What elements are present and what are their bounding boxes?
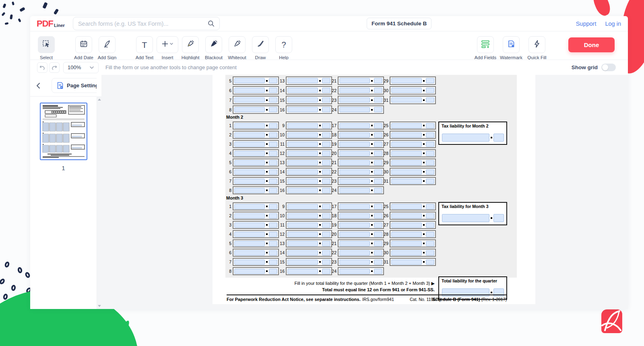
- cents-field[interactable]: [426, 142, 434, 147]
- cents-field[interactable]: [269, 78, 277, 83]
- dollars-field[interactable]: [391, 222, 422, 228]
- cents-field[interactable]: [322, 169, 330, 175]
- dollars-field[interactable]: [339, 97, 370, 103]
- cents-field[interactable]: [322, 250, 330, 255]
- dollars-field[interactable]: [234, 160, 265, 165]
- draw-button[interactable]: Draw: [250, 36, 271, 60]
- dollars-field[interactable]: [234, 151, 265, 156]
- dollars-field[interactable]: [339, 188, 370, 193]
- cents-field[interactable]: [322, 188, 330, 193]
- cents-field[interactable]: [269, 123, 277, 128]
- dollars-field[interactable]: [287, 241, 318, 246]
- cents-field[interactable]: [374, 142, 382, 147]
- dollars-field[interactable]: [339, 151, 370, 156]
- cents-field[interactable]: [269, 179, 277, 184]
- cents-field[interactable]: [374, 151, 382, 156]
- cents-field[interactable]: [374, 232, 382, 237]
- dollars-field[interactable]: [234, 132, 265, 138]
- cents-field[interactable]: [374, 160, 382, 165]
- dollars-field[interactable]: [234, 188, 265, 193]
- cents-field[interactable]: [374, 123, 382, 128]
- dollars-field[interactable]: [339, 123, 370, 128]
- cents-field[interactable]: [374, 260, 382, 265]
- dollars-field[interactable]: [234, 88, 265, 93]
- cents-field[interactable]: [374, 132, 382, 138]
- search-icon[interactable]: [208, 20, 215, 27]
- cents-field[interactable]: [426, 250, 434, 255]
- liability-dollars-field[interactable]: [442, 288, 489, 297]
- add-text-button[interactable]: T Add Text: [134, 36, 155, 60]
- dollars-field[interactable]: [339, 213, 370, 218]
- insert-button[interactable]: Insert: [157, 36, 178, 60]
- dollars-field[interactable]: [391, 78, 422, 83]
- cents-field[interactable]: [322, 78, 330, 83]
- cents-field[interactable]: [269, 250, 277, 255]
- dollars-field[interactable]: [234, 107, 265, 112]
- dollars-field[interactable]: [287, 250, 318, 255]
- cents-field[interactable]: [374, 107, 382, 112]
- dollars-field[interactable]: [339, 232, 370, 237]
- cents-field[interactable]: [269, 222, 277, 228]
- dollars-field[interactable]: [339, 78, 370, 83]
- highlight-button[interactable]: Highlight: [180, 36, 201, 60]
- cents-field[interactable]: [374, 179, 382, 184]
- dollars-field[interactable]: [234, 123, 265, 128]
- dollars-field[interactable]: [234, 260, 265, 265]
- dollars-field[interactable]: [287, 78, 318, 83]
- collapse-sidebar-button[interactable]: [36, 82, 40, 89]
- cents-field[interactable]: [374, 78, 382, 83]
- cents-field[interactable]: [322, 142, 330, 147]
- dollars-field[interactable]: [391, 204, 422, 209]
- undo-button[interactable]: [37, 62, 47, 73]
- cents-field[interactable]: [322, 222, 330, 228]
- cents-field[interactable]: [322, 213, 330, 218]
- select-tool-button[interactable]: Select: [35, 36, 57, 60]
- dollars-field[interactable]: [234, 97, 265, 103]
- dollars-field[interactable]: [234, 232, 265, 237]
- cents-field[interactable]: [426, 78, 434, 83]
- zoom-level-select[interactable]: 100%: [63, 62, 99, 73]
- dollars-field[interactable]: [287, 188, 318, 193]
- cents-field[interactable]: [269, 97, 277, 103]
- dollars-field[interactable]: [287, 142, 318, 147]
- cents-field[interactable]: [269, 204, 277, 209]
- sidebar-scrollbar[interactable]: [97, 75, 101, 309]
- cents-field[interactable]: [269, 88, 277, 93]
- dollars-field[interactable]: [391, 232, 422, 237]
- dollars-field[interactable]: [391, 160, 422, 165]
- dollars-field[interactable]: [287, 204, 318, 209]
- cents-field[interactable]: [322, 132, 330, 138]
- dollars-field[interactable]: [391, 260, 422, 265]
- cents-field[interactable]: [269, 169, 277, 175]
- dollars-field[interactable]: [339, 169, 370, 175]
- cents-field[interactable]: [374, 250, 382, 255]
- dollars-field[interactable]: [339, 250, 370, 255]
- whiteout-button[interactable]: Whiteout: [226, 36, 248, 60]
- add-date-button[interactable]: Add Date: [73, 36, 95, 60]
- dollars-field[interactable]: [287, 88, 318, 93]
- dollars-field[interactable]: [287, 232, 318, 237]
- dollars-field[interactable]: [234, 142, 265, 147]
- dollars-field[interactable]: [391, 169, 422, 175]
- dollars-field[interactable]: [287, 160, 318, 165]
- dollars-field[interactable]: [287, 132, 318, 138]
- cents-field[interactable]: [426, 151, 434, 156]
- cents-field[interactable]: [322, 160, 330, 165]
- show-grid-toggle[interactable]: [601, 64, 616, 71]
- cents-field[interactable]: [374, 188, 382, 193]
- cents-field[interactable]: [269, 241, 277, 246]
- cents-field[interactable]: [322, 97, 330, 103]
- watermark-button[interactable]: Watermark: [498, 36, 524, 60]
- cents-field[interactable]: [322, 123, 330, 128]
- cents-field[interactable]: [374, 222, 382, 228]
- support-link[interactable]: Support: [576, 21, 597, 27]
- quick-fill-button[interactable]: Quick Fill: [524, 36, 550, 60]
- liability-cents-field[interactable]: [493, 134, 504, 142]
- cents-field[interactable]: [269, 213, 277, 218]
- cents-field[interactable]: [374, 241, 382, 246]
- cents-field[interactable]: [322, 151, 330, 156]
- liability-cents-field[interactable]: [493, 214, 504, 222]
- cents-field[interactable]: [426, 123, 434, 128]
- page-thumbnail-1[interactable]: [40, 103, 87, 160]
- dollars-field[interactable]: [287, 107, 318, 112]
